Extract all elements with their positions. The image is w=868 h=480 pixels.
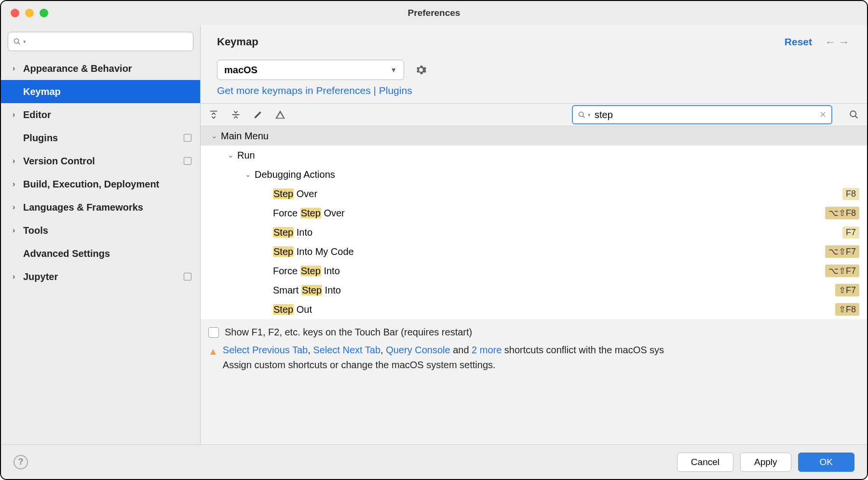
close-icon[interactable]: [11, 9, 19, 17]
sidebar-item-tools[interactable]: ›Tools: [1, 219, 200, 242]
conflict-link[interactable]: 2 more: [472, 345, 502, 355]
dialog-footer: ? Cancel Apply OK: [1, 444, 867, 479]
conflict-text: Select Previous Tab, Select Next Tab, Qu…: [223, 343, 664, 373]
collapse-all-icon[interactable]: [230, 108, 242, 121]
clear-icon[interactable]: ✕: [819, 109, 827, 120]
back-icon[interactable]: ←: [824, 35, 837, 49]
action-row[interactable]: Step Out⇧F8: [201, 300, 867, 319]
scheme-selected: macOS: [224, 65, 258, 76]
shortcut-label: F8: [842, 188, 859, 200]
sidebar-item-label: Keymap: [23, 86, 191, 97]
sidebar-item-advanced-settings[interactable]: ›Advanced Settings: [1, 242, 200, 265]
svg-line-7: [855, 116, 858, 119]
sidebar-search[interactable]: ▾: [8, 32, 193, 51]
conflict-link[interactable]: Select Next Tab: [313, 345, 380, 355]
svg-line-5: [583, 116, 585, 118]
window-body: ▾ ›Appearance & Behavior›Keymap›Editor›P…: [1, 25, 867, 444]
action-label: Step Over: [273, 188, 842, 200]
more-keymaps-link[interactable]: Get more keymaps in Preferences | Plugin…: [201, 83, 867, 103]
chevron-right-icon: ›: [13, 64, 23, 73]
titlebar: Preferences: [1, 1, 867, 25]
project-badge-icon: [184, 273, 191, 280]
action-row[interactable]: Smart Step Into⇧F7: [201, 280, 867, 300]
scheme-combobox[interactable]: macOS ▼: [217, 60, 404, 80]
sidebar-item-keymap[interactable]: ›Keymap: [1, 80, 200, 103]
project-badge-icon: [184, 157, 191, 165]
svg-point-0: [14, 39, 18, 43]
chevron-right-icon: ›: [13, 203, 23, 212]
sidebar-item-languages-frameworks[interactable]: ›Languages & Frameworks: [1, 196, 200, 219]
sidebar-item-jupyter[interactable]: ›Jupyter: [1, 265, 200, 288]
shortcut-label: F7: [842, 227, 859, 239]
chevron-down-icon: ▾: [588, 112, 591, 118]
expand-all-icon[interactable]: [207, 108, 220, 121]
checkbox-icon[interactable]: [208, 327, 219, 338]
sidebar-item-appearance-behavior[interactable]: ›Appearance & Behavior: [1, 57, 200, 80]
main-panel: Keymap Reset ← → macOS ▼ Get more keymap…: [201, 25, 867, 444]
action-row[interactable]: Step Into My Code⌥⇧F7: [201, 242, 867, 261]
sidebar-item-label: Advanced Settings: [23, 248, 191, 259]
touchbar-option[interactable]: Show F1, F2, etc. keys on the Touch Bar …: [208, 324, 859, 343]
shortcut-label: ⌥⇧F8: [825, 207, 859, 219]
tree-group-main-menu[interactable]: ⌄ Main Menu: [201, 126, 867, 146]
svg-line-1: [18, 42, 20, 44]
shortcut-label: ⇧F8: [835, 303, 859, 316]
chevron-down-icon: ▾: [23, 39, 26, 45]
action-label: Smart Step Into: [273, 285, 835, 296]
search-icon: [13, 38, 21, 46]
action-row[interactable]: Step IntoF7: [201, 223, 867, 242]
conflict-link[interactable]: Query Console: [386, 345, 450, 355]
window-title: Preferences: [408, 8, 461, 18]
chevron-down-icon: ▼: [390, 66, 397, 74]
sidebar-item-plugins[interactable]: ›Plugins: [1, 126, 200, 149]
gear-icon[interactable]: [415, 64, 427, 76]
sidebar-item-label: Version Control: [23, 156, 184, 167]
sidebar-list: ›Appearance & Behavior›Keymap›Editor›Plu…: [1, 57, 200, 288]
minimize-icon[interactable]: [25, 9, 34, 17]
tree-group-debugging[interactable]: ⌄ Debugging Actions: [201, 165, 867, 184]
cancel-button[interactable]: Cancel: [677, 453, 733, 472]
search-field[interactable]: [593, 109, 819, 120]
conflict-warning: ▲ Select Previous Tab, Select Next Tab, …: [208, 343, 859, 373]
zoom-icon[interactable]: [40, 9, 48, 17]
chevron-right-icon: ›: [13, 226, 23, 235]
apply-button[interactable]: Apply: [740, 453, 791, 472]
reset-button[interactable]: Reset: [785, 36, 812, 48]
action-label: Force Step Over: [273, 208, 825, 219]
chevron-down-icon: ⌄: [241, 170, 255, 179]
preferences-window: Preferences ▾ ›Appearance & Behavior›Key…: [0, 0, 868, 480]
tree-group-run[interactable]: ⌄ Run: [201, 146, 867, 165]
sidebar-item-version-control[interactable]: ›Version Control: [1, 149, 200, 173]
tree-toolbar: ▾ ✕: [201, 103, 867, 126]
sidebar-item-label: Appearance & Behavior: [23, 63, 191, 74]
conflict-link[interactable]: Select Previous Tab: [223, 345, 308, 355]
help-icon[interactable]: ?: [14, 455, 28, 469]
action-row[interactable]: Force Step Over⌥⇧F8: [201, 203, 867, 223]
shortcut-label: ⌥⇧F7: [825, 265, 859, 277]
action-label: Step Into: [273, 227, 842, 238]
shortcut-label: ⌥⇧F7: [825, 245, 859, 258]
sidebar-item-label: Jupyter: [23, 271, 184, 282]
sidebar-item-build-execution-deployment[interactable]: ›Build, Execution, Deployment: [1, 173, 200, 196]
chevron-right-icon: ›: [13, 180, 23, 188]
svg-point-6: [850, 111, 856, 117]
action-search-input[interactable]: ▾ ✕: [572, 105, 832, 124]
edit-icon[interactable]: [252, 108, 264, 121]
sidebar-item-label: Build, Execution, Deployment: [23, 179, 191, 190]
sidebar-item-label: Editor: [23, 109, 191, 120]
warning-icon: ▲: [208, 344, 218, 359]
chevron-right-icon: ›: [13, 272, 23, 281]
ok-button[interactable]: OK: [798, 453, 854, 472]
chevron-right-icon: ›: [13, 157, 23, 165]
warning-icon[interactable]: [274, 108, 286, 121]
scheme-row: macOS ▼: [201, 54, 867, 83]
forward-icon[interactable]: →: [837, 35, 851, 49]
sidebar-item-label: Languages & Frameworks: [23, 202, 191, 213]
sidebar-item-label: Plugins: [23, 133, 184, 144]
sidebar-item-label: Tools: [23, 225, 191, 236]
chevron-down-icon: ⌄: [224, 151, 237, 160]
action-row[interactable]: Step OverF8: [201, 184, 867, 203]
sidebar-item-editor[interactable]: ›Editor: [1, 103, 200, 126]
action-row[interactable]: Force Step Into⌥⇧F7: [201, 261, 867, 280]
find-shortcut-icon[interactable]: [848, 108, 860, 121]
